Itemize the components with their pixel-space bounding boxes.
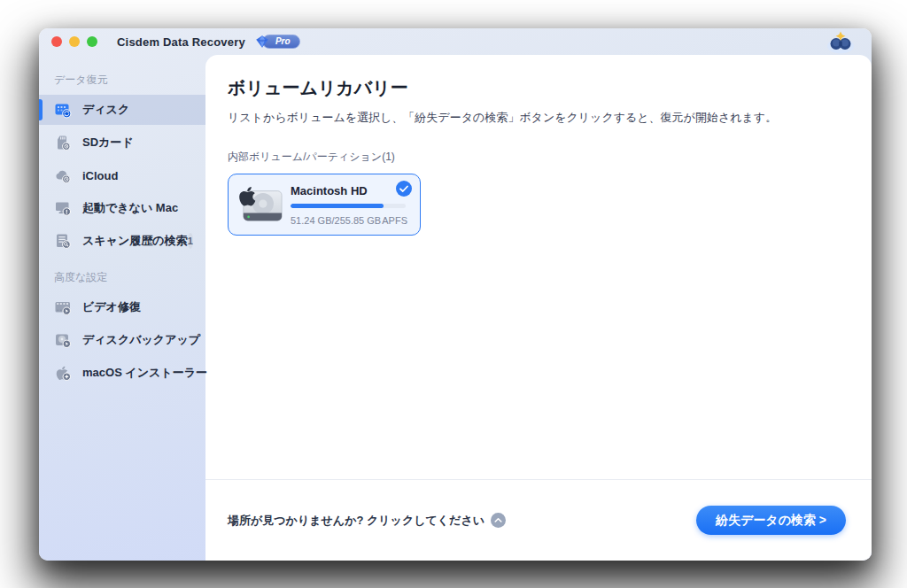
main-panel: ボリュームリカバリー リストからボリュームを選択し、「紛失データの検索」ボタンを…	[205, 55, 872, 561]
sidebar-item-macos-installer[interactable]: macOS インストーラー	[39, 358, 205, 388]
scan-history-icon	[54, 232, 72, 250]
sidebar-item-icloud[interactable]: iCloud	[39, 160, 205, 190]
video-repair-icon	[54, 298, 72, 316]
pro-badge[interactable]: Pro	[254, 35, 300, 49]
sidebar-item-label: スキャン履歴の検索	[82, 233, 188, 249]
apple-drive-icon	[239, 184, 283, 225]
binoculars-star-icon[interactable]	[826, 31, 856, 54]
sd-card-icon	[54, 134, 72, 151]
desktop-background: Cisdem Data Recovery Pro	[0, 0, 907, 588]
icloud-icon	[54, 166, 72, 184]
app-window: Cisdem Data Recovery Pro	[39, 28, 872, 561]
sidebar-section-data-recovery: データ復元	[54, 73, 205, 88]
sidebar-item-label: ディスク	[82, 102, 129, 118]
sidebar-item-label: macOS インストーラー	[82, 365, 207, 381]
page-subtitle: リストからボリュームを選択し、「紛失データの検索」ボタンをクリックすると、復元が…	[228, 110, 847, 126]
macos-installer-icon	[54, 364, 72, 382]
volume-capacity: 51.24 GB/255.85 GB	[291, 215, 381, 226]
empty-area	[205, 236, 872, 479]
volume-usage-bar	[291, 204, 406, 208]
volume-section-label: 内部ボリューム/パーティション(1)	[228, 150, 847, 165]
sidebar-item-scan-history[interactable]: スキャン履歴の検索 1	[39, 226, 205, 256]
location-help-link[interactable]: 場所が見つかりませんか? クリックしてください	[228, 513, 506, 529]
window-title: Cisdem Data Recovery	[117, 35, 245, 49]
volume-card-macintosh-hd[interactable]: Macintosh HD 51.24 GB/255.85 GB APFS	[228, 174, 421, 236]
zoom-button[interactable]	[87, 36, 97, 47]
sidebar-item-sd-card[interactable]: SDカード	[39, 128, 205, 158]
check-circle-icon	[396, 181, 412, 197]
sidebar-item-disk-backup[interactable]: ディスクバックアップ	[39, 325, 205, 355]
sidebar-item-label: iCloud	[82, 169, 118, 182]
sidebar: データ復元	[39, 55, 205, 561]
scan-history-badge: 1	[188, 233, 193, 249]
sidebar-item-label: 起動できない Mac	[82, 200, 178, 216]
gem-icon	[254, 35, 270, 49]
sidebar-item-video-repair[interactable]: ビデオ修復	[39, 292, 205, 322]
selected-accent-bar	[39, 99, 43, 120]
sidebar-section-advanced: 高度な設定	[54, 270, 205, 285]
traffic-lights	[51, 36, 97, 47]
minimize-button[interactable]	[69, 36, 80, 47]
sidebar-item-label: SDカード	[82, 135, 134, 151]
titlebar: Cisdem Data Recovery Pro	[39, 28, 872, 55]
disk-icon	[54, 101, 72, 119]
chevron-up-circle-icon	[491, 513, 506, 528]
search-lost-data-button[interactable]: 紛失データの検索 >	[696, 506, 846, 535]
close-button[interactable]	[51, 36, 62, 47]
sidebar-item-disk[interactable]: ディスク	[39, 95, 205, 125]
sidebar-item-label: ディスクバックアップ	[82, 332, 200, 348]
disk-backup-icon	[54, 331, 72, 349]
unbootable-mac-icon	[54, 199, 72, 217]
page-title: ボリュームリカバリー	[228, 76, 847, 100]
sidebar-item-unbootable-mac[interactable]: 起動できない Mac	[39, 193, 205, 223]
sidebar-item-label: ビデオ修復	[82, 299, 141, 315]
help-text: 場所が見つかりませんか? クリックしてください	[228, 513, 485, 529]
volume-filesystem: APFS	[382, 215, 407, 226]
footer-bar: 場所が見つかりませんか? クリックしてください 紛失データの検索 >	[205, 479, 872, 561]
volume-name: Macintosh HD	[291, 184, 407, 197]
volume-usage-fill	[291, 204, 384, 208]
